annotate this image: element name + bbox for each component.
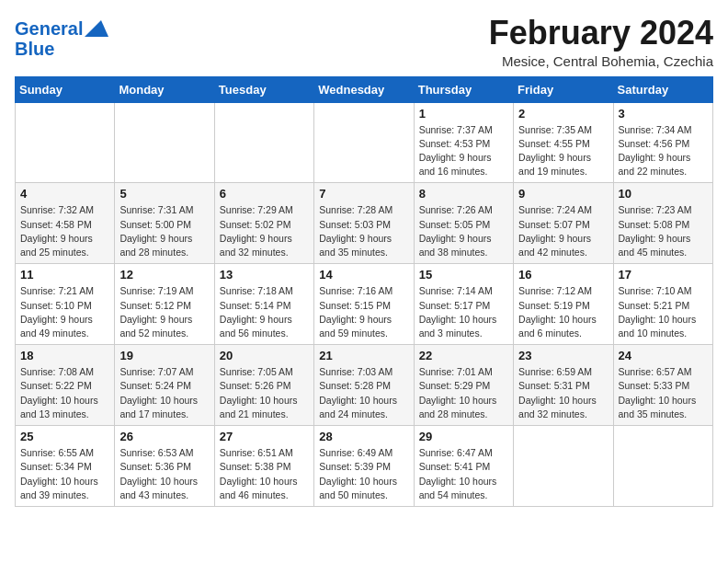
week-row-5: 25Sunrise: 6:55 AMSunset: 5:34 PMDayligh… <box>16 426 713 507</box>
calendar-table: SundayMondayTuesdayWednesdayThursdayFrid… <box>15 76 713 507</box>
month-year-title: February 2024 <box>489 15 713 52</box>
logo: General Blue <box>15 18 110 59</box>
calendar-cell: 23Sunrise: 6:59 AMSunset: 5:31 PMDayligh… <box>514 345 613 426</box>
calendar-cell: 6Sunrise: 7:29 AMSunset: 5:02 PMDaylight… <box>214 183 313 264</box>
day-info: Sunrise: 6:55 AMSunset: 5:34 PMDaylight:… <box>20 446 109 502</box>
week-row-1: 1Sunrise: 7:37 AMSunset: 4:53 PMDaylight… <box>16 102 713 183</box>
day-info: Sunrise: 7:31 AMSunset: 5:00 PMDaylight:… <box>119 203 209 259</box>
calendar-cell: 3Sunrise: 7:34 AMSunset: 4:56 PMDaylight… <box>613 102 712 183</box>
logo-icon <box>83 18 110 39</box>
day-info: Sunrise: 6:59 AMSunset: 5:31 PMDaylight:… <box>518 365 608 421</box>
calendar-cell: 28Sunrise: 6:49 AMSunset: 5:39 PMDayligh… <box>314 426 414 507</box>
calendar-cell: 26Sunrise: 6:53 AMSunset: 5:36 PMDayligh… <box>115 426 214 507</box>
day-number: 16 <box>518 268 608 282</box>
day-number: 15 <box>419 268 508 282</box>
calendar-header: SundayMondayTuesdayWednesdayThursdayFrid… <box>16 76 713 102</box>
day-info: Sunrise: 7:24 AMSunset: 5:07 PMDaylight:… <box>518 203 608 259</box>
day-info: Sunrise: 6:47 AMSunset: 5:41 PMDaylight:… <box>419 446 508 502</box>
calendar-cell: 4Sunrise: 7:32 AMSunset: 4:58 PMDaylight… <box>16 183 115 264</box>
calendar-cell: 24Sunrise: 6:57 AMSunset: 5:33 PMDayligh… <box>613 345 712 426</box>
day-info: Sunrise: 7:18 AMSunset: 5:14 PMDaylight:… <box>220 284 309 340</box>
day-number: 7 <box>319 187 408 201</box>
calendar-cell: 17Sunrise: 7:10 AMSunset: 5:21 PMDayligh… <box>613 264 712 345</box>
col-header-thursday: Thursday <box>414 76 513 102</box>
day-number: 13 <box>220 268 309 282</box>
day-info: Sunrise: 7:35 AMSunset: 4:55 PMDaylight:… <box>518 123 608 179</box>
calendar-cell: 7Sunrise: 7:28 AMSunset: 5:03 PMDaylight… <box>314 183 414 264</box>
calendar-body: 1Sunrise: 7:37 AMSunset: 4:53 PMDaylight… <box>16 102 713 506</box>
title-block: February 2024 Mesice, Central Bohemia, C… <box>489 15 713 69</box>
day-info: Sunrise: 7:37 AMSunset: 4:53 PMDaylight:… <box>419 123 508 179</box>
day-info: Sunrise: 7:29 AMSunset: 5:02 PMDaylight:… <box>220 203 309 259</box>
calendar-cell: 5Sunrise: 7:31 AMSunset: 5:00 PMDaylight… <box>115 183 214 264</box>
col-header-saturday: Saturday <box>613 76 712 102</box>
calendar-cell: 9Sunrise: 7:24 AMSunset: 5:07 PMDaylight… <box>514 183 613 264</box>
day-number: 4 <box>20 187 109 201</box>
day-number: 25 <box>20 430 109 443</box>
calendar-cell: 12Sunrise: 7:19 AMSunset: 5:12 PMDayligh… <box>115 264 214 345</box>
col-header-sunday: Sunday <box>16 76 115 102</box>
day-number: 6 <box>220 187 309 201</box>
logo-general: General <box>15 18 83 39</box>
logo-blue: Blue <box>15 39 54 59</box>
day-info: Sunrise: 7:03 AMSunset: 5:28 PMDaylight:… <box>319 365 408 421</box>
day-number: 5 <box>119 187 209 201</box>
day-number: 1 <box>419 107 508 121</box>
calendar-cell: 19Sunrise: 7:07 AMSunset: 5:24 PMDayligh… <box>115 345 214 426</box>
day-info: Sunrise: 7:10 AMSunset: 5:21 PMDaylight:… <box>619 284 708 340</box>
day-info: Sunrise: 6:51 AMSunset: 5:38 PMDaylight:… <box>220 446 309 502</box>
col-header-monday: Monday <box>115 76 214 102</box>
day-info: Sunrise: 7:08 AMSunset: 5:22 PMDaylight:… <box>20 365 109 421</box>
day-info: Sunrise: 6:57 AMSunset: 5:33 PMDaylight:… <box>619 365 708 421</box>
day-number: 12 <box>119 268 209 282</box>
day-info: Sunrise: 7:01 AMSunset: 5:29 PMDaylight:… <box>419 365 508 421</box>
day-info: Sunrise: 7:12 AMSunset: 5:19 PMDaylight:… <box>518 284 608 340</box>
calendar-cell <box>16 102 115 183</box>
calendar-cell <box>613 426 712 507</box>
week-row-2: 4Sunrise: 7:32 AMSunset: 4:58 PMDaylight… <box>16 183 713 264</box>
day-number: 2 <box>518 107 608 121</box>
week-row-3: 11Sunrise: 7:21 AMSunset: 5:10 PMDayligh… <box>16 264 713 345</box>
calendar-cell <box>314 102 414 183</box>
calendar-cell <box>214 102 313 183</box>
day-info: Sunrise: 7:05 AMSunset: 5:26 PMDaylight:… <box>220 365 309 421</box>
calendar-cell: 2Sunrise: 7:35 AMSunset: 4:55 PMDaylight… <box>514 102 613 183</box>
day-info: Sunrise: 7:19 AMSunset: 5:12 PMDaylight:… <box>119 284 209 340</box>
calendar-cell: 1Sunrise: 7:37 AMSunset: 4:53 PMDaylight… <box>414 102 513 183</box>
svg-marker-0 <box>85 20 108 37</box>
day-info: Sunrise: 7:16 AMSunset: 5:15 PMDaylight:… <box>319 284 408 340</box>
col-header-wednesday: Wednesday <box>314 76 414 102</box>
calendar-cell <box>514 426 613 507</box>
day-number: 22 <box>419 349 508 362</box>
day-info: Sunrise: 7:07 AMSunset: 5:24 PMDaylight:… <box>119 365 209 421</box>
day-number: 18 <box>20 349 109 362</box>
day-number: 20 <box>220 349 309 362</box>
day-number: 17 <box>619 268 708 282</box>
day-number: 3 <box>619 107 708 121</box>
calendar-cell: 8Sunrise: 7:26 AMSunset: 5:05 PMDaylight… <box>414 183 513 264</box>
day-number: 21 <box>319 349 408 362</box>
day-info: Sunrise: 7:34 AMSunset: 4:56 PMDaylight:… <box>619 123 708 179</box>
calendar-cell: 10Sunrise: 7:23 AMSunset: 5:08 PMDayligh… <box>613 183 712 264</box>
calendar-cell: 29Sunrise: 6:47 AMSunset: 5:41 PMDayligh… <box>414 426 513 507</box>
calendar-cell: 20Sunrise: 7:05 AMSunset: 5:26 PMDayligh… <box>214 345 313 426</box>
day-number: 23 <box>518 349 608 362</box>
day-info: Sunrise: 7:32 AMSunset: 4:58 PMDaylight:… <box>20 203 109 259</box>
day-info: Sunrise: 7:26 AMSunset: 5:05 PMDaylight:… <box>419 203 508 259</box>
day-number: 29 <box>419 430 508 443</box>
day-number: 10 <box>619 187 708 201</box>
day-info: Sunrise: 6:49 AMSunset: 5:39 PMDaylight:… <box>319 446 408 502</box>
location-subtitle: Mesice, Central Bohemia, Czechia <box>489 53 713 69</box>
col-header-tuesday: Tuesday <box>214 76 313 102</box>
day-number: 27 <box>220 430 309 443</box>
day-info: Sunrise: 7:23 AMSunset: 5:08 PMDaylight:… <box>619 203 708 259</box>
day-number: 28 <box>319 430 408 443</box>
day-number: 11 <box>20 268 109 282</box>
day-number: 8 <box>419 187 508 201</box>
day-number: 24 <box>619 349 708 362</box>
day-info: Sunrise: 7:21 AMSunset: 5:10 PMDaylight:… <box>20 284 109 340</box>
calendar-cell: 21Sunrise: 7:03 AMSunset: 5:28 PMDayligh… <box>314 345 414 426</box>
header-row: SundayMondayTuesdayWednesdayThursdayFrid… <box>16 76 713 102</box>
day-number: 14 <box>319 268 408 282</box>
calendar-cell: 11Sunrise: 7:21 AMSunset: 5:10 PMDayligh… <box>16 264 115 345</box>
